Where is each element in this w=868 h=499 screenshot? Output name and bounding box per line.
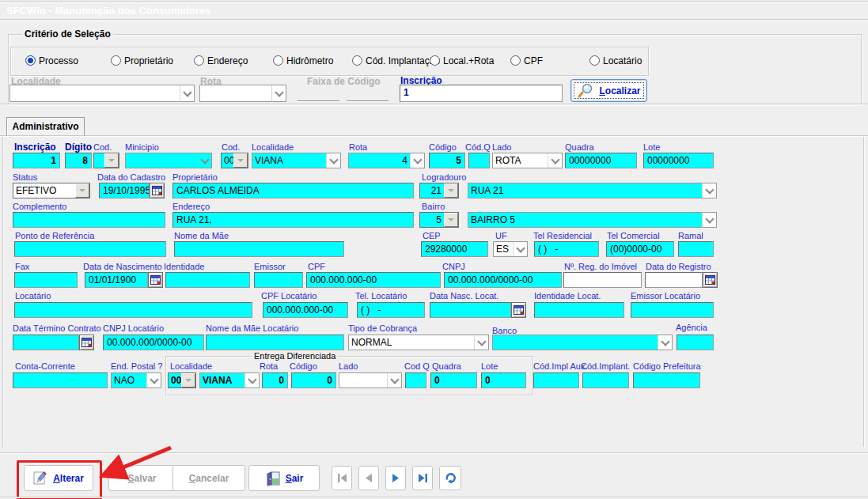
faixa-codigo-to-input[interactable] [347,85,389,101]
proprietario-input[interactable]: CARLOS ALMEIDA [172,183,414,198]
digito-input[interactable]: 8 [65,153,92,168]
entrega-lado-combo[interactable] [339,372,402,388]
criteria-rota-combo[interactable] [199,85,286,102]
dropdown-button[interactable] [75,183,89,198]
dropdown-button[interactable] [702,183,716,198]
sair-button[interactable]: Sair [248,465,320,491]
data-termino-input[interactable] [13,335,79,350]
nav-first-button[interactable] [332,466,352,490]
data-registro-input[interactable] [645,272,703,288]
data-nascimento-calendar-button[interactable] [148,272,163,288]
dropdown-button[interactable] [702,213,716,227]
identidade-locatario-input[interactable] [534,302,624,318]
agencia-input[interactable] [677,335,714,350]
data-registro-calendar-button[interactable] [703,272,718,288]
dropdown-button[interactable] [658,335,672,350]
rota-combo[interactable]: 4 [348,153,425,168]
lote-input[interactable]: 00000000 [643,153,714,168]
criteria-localidade-combo[interactable] [9,85,195,102]
identidade-input[interactable] [165,272,250,288]
banco-combo[interactable] [492,335,673,350]
bairro-combo[interactable]: BAIRRO 5 [468,212,717,228]
logradouro-cod-combo[interactable]: 21 [419,183,459,198]
entrega-codigo-input[interactable]: 0 [291,372,336,388]
data-termino-calendar-button[interactable] [79,335,94,350]
entrega-rota-input[interactable]: 0 [262,372,288,388]
codigo-input[interactable]: 5 [429,153,465,168]
localizar-button[interactable]: Localizar [570,79,647,102]
tab-administrativo[interactable]: Administrativo [6,117,85,135]
criteria-inscricao-input[interactable]: 1 [400,85,563,102]
dropdown-button[interactable] [444,213,458,227]
emissor-input[interactable] [254,272,303,288]
uf-combo[interactable]: ES [493,241,528,257]
entrega-codq-input[interactable] [405,372,426,388]
codigo-prefeitura-input[interactable] [633,372,700,388]
cod-municipio-combo[interactable] [93,153,119,168]
tel-locatario-input[interactable]: ( ) - [357,302,425,318]
dropdown-button[interactable] [387,373,401,387]
tel-residencial-input[interactable]: ( ) - [534,241,599,257]
dropdown-button[interactable] [146,373,161,387]
entrega-localidade-cod-combo[interactable]: 00 [168,372,196,388]
radio-endereco[interactable] [194,55,204,66]
inscricao-input[interactable]: 1 [13,153,60,168]
municipio-combo[interactable] [125,153,212,168]
dropdown-button[interactable] [513,242,527,256]
dropdown-button[interactable] [233,153,248,168]
lado-combo[interactable]: ROTA [492,153,563,168]
cnpj-locatario-input[interactable]: 00.000.000/0000-00 [103,335,204,350]
data-nascimento-input[interactable]: 01/01/1900 [85,272,148,288]
dropdown-button[interactable] [271,85,286,101]
endereco-input[interactable]: RUA 21, [172,212,414,228]
entrega-lote-input[interactable]: 0 [481,372,526,388]
salvar-button[interactable]: Salvar [108,465,176,491]
dropdown-button[interactable] [410,153,424,168]
dropdown-button[interactable] [474,335,488,350]
entrega-localidade-combo[interactable]: VIANA [199,372,260,388]
faixa-codigo-from-input[interactable] [298,85,339,101]
tel-comercial-input[interactable]: (00)0000-00 [606,241,674,257]
dropdown-button[interactable] [548,153,562,168]
status-combo[interactable]: EFETIVO [13,183,90,198]
emissor-locatario-input[interactable] [631,302,714,318]
nav-next-button[interactable] [385,466,406,490]
alterar-button[interactable]: Alterar [24,465,93,491]
nome-mae-locatario-input[interactable] [206,335,344,350]
cpf-locatario-input[interactable]: 000.000.000-00 [263,302,348,318]
ponto-referencia-input[interactable] [14,241,166,257]
end-postal-combo[interactable]: NAO [111,372,161,388]
tipo-cobranca-combo[interactable]: NORMAL [348,335,489,350]
nav-previous-button[interactable] [358,466,379,490]
quadra-input[interactable]: 00000000 [565,153,637,168]
radio-locatario[interactable] [589,55,600,66]
dropdown-button[interactable] [326,153,340,168]
ramal-input[interactable] [678,241,714,257]
logradouro-combo[interactable]: RUA 21 [468,183,717,198]
codq-input[interactable] [468,153,490,168]
fax-input[interactable] [14,272,78,288]
localidade-combo[interactable]: VIANA [252,153,341,168]
dropdown-button[interactable] [198,153,211,168]
dropdown-button[interactable] [180,85,194,101]
nav-last-button[interactable] [412,466,433,490]
locatario-input[interactable] [14,302,252,318]
dropdown-button[interactable] [104,153,119,168]
complemento-input[interactable] [13,212,165,228]
dropdown-button[interactable] [444,183,458,198]
data-cadastro-input[interactable]: 19/10/1995 [99,183,150,198]
conta-corrente-input[interactable] [13,372,108,388]
reg-imovel-input[interactable] [563,272,642,288]
radio-cpf[interactable] [510,55,521,66]
cancelar-button[interactable]: Cancelar [172,465,245,491]
radio-hidrometro[interactable] [273,55,283,66]
dropdown-button[interactable] [244,373,259,387]
cpf-input[interactable]: 000.000.000-00 [306,272,441,288]
nav-refresh-button[interactable] [439,466,461,490]
entrega-quadra-input[interactable]: 0 [430,372,477,388]
bairro-cod-combo[interactable]: 5 [419,212,459,228]
nome-mae-input[interactable] [174,241,344,257]
cod-localidade-combo[interactable]: 00 [221,153,248,168]
data-nasc-locatario-calendar-button[interactable] [511,302,526,318]
dropdown-button[interactable] [181,373,195,387]
